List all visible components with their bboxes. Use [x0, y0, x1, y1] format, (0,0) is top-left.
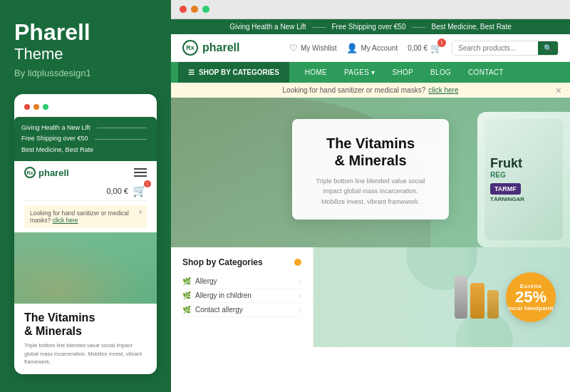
wishlist-button[interactable]: ♡ My Wishlist [289, 43, 337, 53]
category-arrow-children: › [299, 292, 301, 299]
product-reg: REG [490, 171, 506, 179]
mobile-topbar-text2: Free Shipping over €50 [21, 133, 88, 144]
hamburger-icon: ☰ [188, 68, 195, 76]
category-item-allergy[interactable]: 🌿 Allergy › [182, 274, 301, 289]
promo-badge-bottom: local handpaint [508, 305, 553, 311]
categories-title: Shop by Categories [182, 257, 263, 267]
mobile-cart-icon[interactable]: 🛒 1 [133, 184, 147, 197]
mobile-logo-bar: Rx pharell [24, 161, 147, 181]
nav-link-blog[interactable]: BLOG [422, 62, 460, 83]
announce-dash1: —— [312, 23, 326, 31]
announce-text2: Free Shipping over €50 [332, 23, 406, 31]
header-actions: ♡ My Wishlist 👤 My Account 0,00 € 🛒 1 [289, 41, 559, 56]
logo-icon: Rx [182, 40, 198, 56]
category-item-allergy-children[interactable]: 🌿 Allergy in children › [182, 289, 301, 303]
website-preview: Giving Health a New Lift —— Free Shippin… [171, 19, 570, 392]
mobile-dot-green [43, 104, 48, 110]
alert-text: Looking for hand sanitizer or medical ma… [283, 86, 426, 94]
hero-section: The Vitamins & Minerals Triple bottom li… [171, 98, 570, 247]
hero-card-desc: Triple bottom line blended value social … [312, 176, 429, 207]
product-box: Frukt REG TARMF TÄRNINGAR [477, 112, 570, 247]
user-icon: 👤 [346, 43, 358, 53]
browser-chrome [171, 0, 570, 19]
product-name: Frukt [490, 157, 522, 170]
nav-link-home[interactable]: HOME [296, 62, 336, 83]
alert-banner: Looking for hand sanitizer or medical ma… [171, 83, 570, 98]
mobile-topbar-dash2 [95, 139, 147, 140]
mobile-cart-row: 0,00 € 🛒 1 [24, 181, 147, 201]
category-item-left-3: 🌿 Contact allergy [182, 306, 243, 314]
mobile-dot-red [24, 104, 30, 110]
bottom-section: Shop by Categories 🌿 Allergy › 🌿 Allergy… [171, 247, 570, 347]
bottle-3 [487, 290, 499, 319]
bottle-1 [455, 276, 467, 319]
browser-dot-green [202, 6, 209, 13]
category-label-allergy: Allergy [195, 277, 217, 285]
search-button[interactable]: 🔍 [538, 41, 558, 55]
brand-author: By lidplussdesign1 [14, 68, 157, 78]
heart-icon: ♡ [289, 43, 298, 53]
promo-discount-badge: Eurélio 25% local handpaint [506, 272, 556, 322]
product-label: TARMF [490, 183, 521, 195]
mobile-hamburger-icon[interactable] [134, 168, 147, 177]
logo-text: pharell [202, 41, 239, 54]
search-box: 🔍 [452, 41, 559, 56]
hero-overlay-card: The Vitamins & Minerals Triple bottom li… [292, 119, 449, 220]
bottle-2 [470, 283, 484, 319]
site-logo[interactable]: Rx pharell [182, 40, 281, 56]
cart-icon-wrapper: 🛒 1 [430, 43, 442, 53]
mobile-alert-link[interactable]: click here [53, 217, 78, 224]
mobile-logo: Rx pharell [24, 167, 69, 178]
site-header: Rx pharell ♡ My Wishlist 👤 My Account 0,… [171, 34, 570, 62]
mobile-hero-people-decor [14, 232, 157, 304]
brand-title: Pharell [14, 20, 157, 45]
category-item-contact-allergy[interactable]: 🌿 Contact allergy › [182, 303, 301, 317]
nav-link-shop[interactable]: SHOP [384, 62, 423, 83]
bottom-promo-area: Eurélio 25% local handpaint [314, 247, 570, 347]
category-item-left-2: 🌿 Allergy in children [182, 292, 252, 299]
mobile-logo-icon: Rx [24, 167, 36, 178]
promo-people-bg [314, 247, 467, 347]
left-panel: Pharell Theme By lidplussdesign1 Giving … [0, 0, 171, 392]
wishlist-label: My Wishlist [301, 44, 337, 52]
category-item-left: 🌿 Allergy [182, 277, 217, 285]
nav-bar: ☰ SHOP BY CATEGORIES HOME PAGES ▾ SHOP B… [171, 62, 570, 83]
mobile-alert-close-icon[interactable]: × [138, 208, 142, 216]
browser-dot-red [180, 6, 187, 13]
cart-button[interactable]: 0,00 € 🛒 1 [408, 43, 442, 53]
mobile-topbar-text1: Giving Health a New Lift [21, 123, 90, 133]
mobile-hero-image [14, 232, 157, 304]
categories-label: SHOP BY CATEGORIES [199, 68, 279, 76]
mobile-cart-badge: 1 [144, 180, 151, 187]
hero-card-title: The Vitamins & Minerals [312, 135, 429, 169]
announce-bar: Giving Health a New Lift —— Free Shippin… [171, 19, 570, 34]
mobile-preview-card: Giving Health a New Lift Free Shipping o… [14, 94, 157, 374]
alert-link[interactable]: click here [428, 86, 458, 94]
mobile-dot-yellow [33, 104, 39, 110]
announce-dash2: —— [411, 23, 425, 31]
mobile-alert-banner: Looking for hand sanitizer or medical ma… [24, 205, 147, 228]
mobile-alert-text: Looking for hand sanitizer or medical ma… [30, 210, 129, 224]
nav-link-contact[interactable]: CONTACT [460, 62, 512, 83]
categories-dot [294, 259, 301, 266]
nav-categories-button[interactable]: ☰ SHOP BY CATEGORIES [178, 62, 289, 83]
account-button[interactable]: 👤 My Account [346, 43, 398, 53]
mobile-window-dots [24, 104, 147, 110]
alert-close-icon[interactable]: × [556, 85, 561, 96]
mobile-topbar-text3: Best Medicine, Best Rate [21, 145, 93, 155]
mobile-cart-price: 0,00 € [106, 187, 128, 195]
promo-badge-percent: 25% [515, 289, 546, 305]
product-box-inner: Frukt REG TARMF TÄRNINGAR [484, 119, 563, 240]
promo-bottles [455, 276, 499, 319]
bottom-categories-panel: Shop by Categories 🌿 Allergy › 🌿 Allergy… [171, 247, 314, 347]
mobile-topbar-dash1 [97, 128, 147, 128]
category-icon-allergy: 🌿 [182, 277, 191, 285]
category-icon-contact: 🌿 [182, 306, 191, 314]
search-input[interactable] [452, 41, 538, 55]
nav-chevron-pages: ▾ [371, 68, 375, 76]
cart-badge: 1 [437, 38, 446, 47]
brand-subtitle: Theme [14, 45, 157, 63]
mobile-card-desc: Triple bottom line blended value social … [24, 341, 147, 366]
mobile-topbar: Giving Health a New Lift Free Shipping o… [14, 117, 157, 161]
nav-link-pages[interactable]: PAGES ▾ [336, 62, 384, 83]
